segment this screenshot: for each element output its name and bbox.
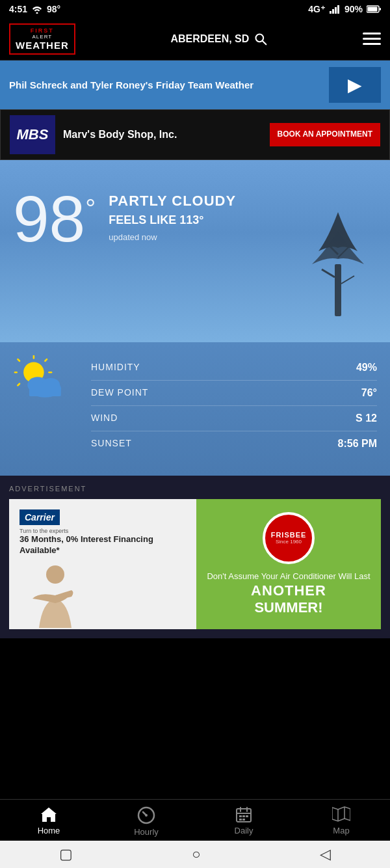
- system-bar: ▢ ○ ◁: [0, 841, 390, 868]
- battery-pct: 90%: [344, 4, 363, 14]
- nav-hourly[interactable]: Hourly: [120, 806, 172, 837]
- svg-line-23: [18, 359, 20, 361]
- sunset-row: SUNSET 8:56 PM: [91, 431, 377, 456]
- battery-icon: [367, 5, 381, 13]
- wind-value: S 12: [356, 413, 377, 424]
- sunset-label: SUNSET: [91, 438, 132, 450]
- svg-rect-29: [29, 387, 61, 396]
- map-icon: [332, 806, 350, 823]
- marvs-name-container: Marv's Body Shop, Inc.: [63, 129, 262, 141]
- play-icon: ▶: [348, 74, 362, 96]
- temperature-value: 98: [13, 186, 85, 251]
- svg-line-20: [45, 359, 47, 361]
- marvs-logo-letters: MBS: [17, 126, 49, 143]
- svg-rect-11: [363, 38, 381, 40]
- person-silhouette-icon: [20, 563, 98, 628]
- frisbee-ad-right: FRISBEE Since 1960 Don't Assume Your Air…: [196, 499, 381, 629]
- search-icon[interactable]: [254, 33, 267, 46]
- svg-rect-1: [330, 11, 332, 14]
- hourly-icon: [137, 806, 155, 824]
- recents-button[interactable]: ▢: [59, 846, 73, 863]
- svg-rect-3: [335, 7, 337, 14]
- logo-alert: ALERT: [32, 34, 53, 40]
- dew-point-value: 76°: [361, 387, 377, 399]
- updated-label: updated now: [109, 232, 236, 242]
- wifi-icon: [31, 5, 43, 14]
- home-icon: [40, 806, 58, 823]
- svg-line-16: [322, 269, 335, 277]
- svg-rect-6: [380, 8, 381, 10]
- svg-rect-2: [332, 9, 334, 14]
- calendar-icon: [235, 806, 252, 823]
- svg-rect-10: [363, 33, 381, 34]
- news-text: Phil Schreck and Tyler Roney's Friday Te…: [9, 79, 329, 92]
- news-thumbnail[interactable]: ▶: [329, 67, 381, 103]
- weather-description: PARTLY CLOUDY FEELS LIKE 113° updated no…: [109, 186, 236, 242]
- status-right: 4G⁺ 90%: [308, 4, 381, 14]
- nav-home[interactable]: Home: [23, 806, 75, 837]
- svg-rect-38: [242, 815, 245, 817]
- person-image: [20, 563, 186, 628]
- news-banner[interactable]: Phil Schreck and Tyler Roney's Friday Te…: [0, 61, 390, 109]
- carrier-tagline: Turn to the experts: [20, 528, 186, 534]
- carrier-logo: Carrier: [20, 509, 60, 525]
- dew-point-label: DEW POINT: [91, 387, 148, 399]
- frisbee-badge: FRISBEE Since 1960: [263, 512, 315, 564]
- svg-point-32: [145, 814, 148, 817]
- svg-rect-13: [335, 264, 341, 316]
- location-label[interactable]: ABERDEEN, SD: [170, 33, 267, 46]
- svg-rect-12: [363, 43, 381, 45]
- frisbee-name: FRISBEE: [271, 531, 307, 539]
- carrier-frisbee-ad[interactable]: Carrier Turn to the experts 36 Months, 0…: [9, 499, 381, 629]
- bottom-spacer: [0, 638, 390, 703]
- signal-temp: 98°: [47, 4, 60, 14]
- sunset-value: 8:56 PM: [338, 438, 377, 450]
- back-button[interactable]: ◁: [320, 846, 331, 863]
- feels-like-temp: 113°: [179, 213, 203, 226]
- home-button[interactable]: ○: [192, 846, 200, 863]
- logo-weather: WEATHER: [16, 40, 69, 51]
- nav-map-label: Map: [333, 826, 349, 835]
- svg-rect-41: [242, 819, 245, 821]
- top-nav: FIRST ALERT WEATHER ABERDEEN, SD: [0, 18, 390, 61]
- status-bar: 4:51 98° 4G⁺ 90%: [0, 0, 390, 18]
- feels-like: FEELS LIKE 113°: [109, 213, 236, 227]
- hamburger-icon[interactable]: [363, 33, 381, 46]
- wind-row: WIND S 12: [91, 406, 377, 431]
- marvs-ad-banner[interactable]: MBS Marv's Body Shop, Inc. BOOK AN APPOI…: [0, 109, 390, 160]
- svg-rect-39: [246, 815, 248, 817]
- condition-label: PARTLY CLOUDY: [109, 193, 236, 210]
- signal-icon: [329, 5, 341, 14]
- network-type: 4G⁺: [308, 4, 325, 14]
- location-text: ABERDEEN, SD: [170, 33, 249, 45]
- marvs-name: Marv's Body Shop, Inc.: [63, 129, 262, 141]
- bottom-nav: Home Hourly Daily Map: [0, 799, 390, 842]
- svg-rect-40: [239, 819, 242, 821]
- status-left: 4:51 98°: [9, 4, 60, 14]
- humidity-value: 49%: [356, 362, 377, 373]
- frisbee-since: Since 1960: [271, 539, 307, 545]
- nav-map[interactable]: Map: [315, 806, 367, 837]
- advertisement-label: ADVERTISEMENT: [9, 485, 381, 493]
- weather-icon-box: [13, 355, 78, 403]
- partly-cloudy-icon: [13, 355, 72, 401]
- frisbee-dont-text: Don't Assume Your Air Conditioner Will L…: [207, 571, 370, 582]
- nav-menu-icon[interactable]: [363, 33, 381, 46]
- tree-silhouette-icon: [299, 199, 377, 316]
- carrier-ad-left: Carrier Turn to the experts 36 Months, 0…: [9, 499, 196, 629]
- book-appointment-button[interactable]: BOOK AN APPOINTMENT: [270, 123, 380, 146]
- nav-home-label: Home: [38, 826, 60, 835]
- temperature-display: 98 °: [13, 186, 96, 251]
- svg-line-25: [18, 384, 20, 386]
- svg-line-9: [263, 41, 266, 44]
- dew-point-row: DEW POINT 76°: [91, 381, 377, 406]
- details-grid: HUMIDITY 49% DEW POINT 76° WIND S 12 SUN…: [91, 355, 377, 456]
- carrier-financing: 36 Months, 0% Interest Financing Availab…: [20, 534, 186, 556]
- nav-daily[interactable]: Daily: [218, 806, 270, 837]
- svg-point-30: [46, 565, 64, 584]
- wind-label: WIND: [91, 413, 118, 424]
- advertisement-section: ADVERTISEMENT Carrier Turn to the expert…: [0, 476, 390, 638]
- svg-rect-37: [239, 815, 242, 817]
- app-logo[interactable]: FIRST ALERT WEATHER: [9, 23, 75, 55]
- frisbee-badge-text: FRISBEE Since 1960: [271, 531, 307, 545]
